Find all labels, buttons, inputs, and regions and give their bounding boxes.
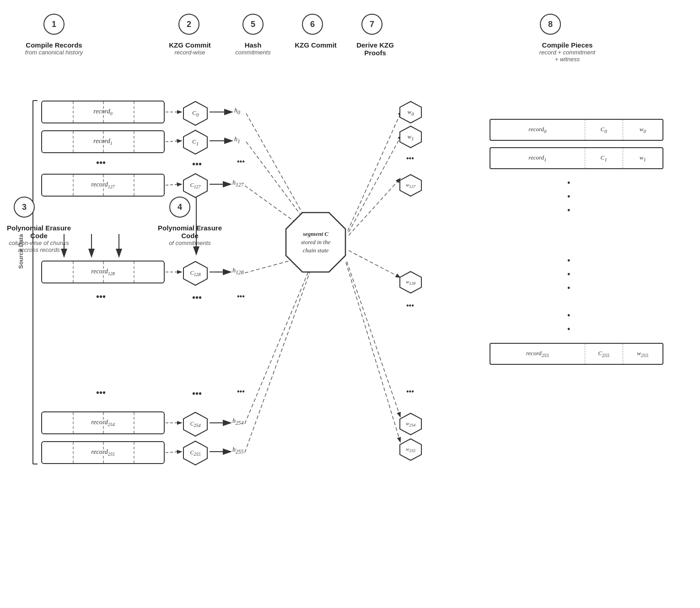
svg-line-7 [166, 184, 182, 185]
diagram-container: 1 Compile Records from canonical history… [0, 0, 700, 608]
arrows-svg [0, 0, 700, 608]
step-1-circle: 1 [43, 14, 65, 35]
dots-witness-mid: ••• [406, 302, 414, 310]
record-128-box: record128 [41, 261, 165, 283]
step-8-circle: 8 [540, 14, 561, 35]
dots-commit-mid2: ••• [192, 389, 202, 399]
step-8-label: Compile Pieces record + commitment + wit… [522, 41, 613, 63]
dots-records-top: ••• [96, 158, 106, 168]
witness-w254: w254 [398, 411, 423, 437]
dots-output-1: • [567, 178, 570, 188]
hash-h254: h254 [232, 417, 243, 426]
step-6-circle: 6 [302, 14, 323, 35]
dots-witness-top: ••• [406, 155, 414, 163]
hash-h128: h128 [232, 267, 243, 276]
svg-line-24 [349, 135, 402, 232]
svg-line-10 [166, 452, 182, 453]
witness-w1: w1 [398, 124, 423, 149]
record-0-box: record0 [41, 101, 165, 123]
dots-witness-mid2: ••• [406, 388, 414, 396]
dots-hash-top: ••• [237, 158, 245, 166]
output-row-1: record1 C1 w1 [490, 147, 663, 169]
segment-c-octagon: segment C stored in the chain state [284, 210, 348, 274]
output-row-0: record0 C0 w0 [490, 119, 663, 141]
step-1-label: Compile Records from canonical history [22, 41, 86, 56]
dots-output-5: • [567, 270, 570, 279]
step-5-circle: 5 [242, 14, 264, 35]
dots-records-mid2: ••• [96, 388, 106, 398]
record-1-box: record1 [41, 130, 165, 153]
dots-output-8: • [567, 325, 570, 334]
svg-line-22 [245, 266, 312, 453]
witness-w255: w255 [398, 437, 423, 462]
witness-w127: w127 [398, 173, 423, 198]
step-2-label: KZG Commit record-wise [165, 41, 215, 56]
dots-output-2: • [567, 192, 570, 202]
output-row-255: record255 C255 w255 [490, 343, 663, 365]
svg-line-21 [245, 265, 311, 424]
source-data-label: Source Data [14, 160, 27, 343]
hash-h0: h0 [234, 107, 240, 116]
step-6-label: KZG Commit [291, 41, 341, 49]
dots-commit-mid: ••• [192, 293, 202, 303]
svg-line-6 [166, 141, 182, 142]
hash-h127: h127 [232, 179, 243, 188]
witness-w0: w0 [398, 100, 423, 125]
svg-line-26 [349, 251, 400, 277]
step-2-circle: 2 [178, 14, 199, 35]
commitment-c0: C0 [182, 100, 209, 127]
witness-w128: w128 [398, 270, 423, 295]
dots-records-mid: ••• [96, 292, 106, 302]
step-7-label: Derive KZG Proofs [348, 41, 403, 57]
svg-line-27 [347, 261, 400, 417]
dots-hash-mid: ••• [237, 293, 245, 301]
hash-h1: h1 [234, 136, 240, 144]
step-5-label: Hash commitments [232, 41, 274, 56]
svg-line-25 [349, 178, 400, 235]
svg-line-28 [346, 262, 400, 442]
svg-line-23 [348, 111, 402, 231]
step-4-circle: 4 [169, 197, 190, 218]
commitment-c254: C254 [182, 411, 209, 438]
commitment-c127: C127 [182, 172, 209, 199]
dots-output-4: • [567, 256, 570, 266]
step-4-label: Polynomial Erasure Code of commitments [151, 224, 229, 246]
record-127-box: record127 [41, 174, 165, 197]
record-254-box: record254 [41, 411, 165, 434]
hash-h255: h255 [232, 446, 243, 455]
dots-output-7: • [567, 311, 570, 320]
commitment-c255: C255 [182, 439, 209, 467]
dots-output-3: • [567, 206, 570, 215]
record-255-box: record255 [41, 441, 165, 464]
commitment-c1: C1 [182, 128, 209, 156]
step-3-label: Polynomial Erasure Code column-wise of c… [0, 224, 78, 253]
dots-commit-top: ••• [192, 159, 202, 170]
step-7-circle: 7 [361, 14, 382, 35]
dots-hash-mid2: ••• [237, 388, 245, 396]
commitment-c128: C128 [182, 260, 209, 287]
dots-output-6: • [567, 283, 570, 293]
